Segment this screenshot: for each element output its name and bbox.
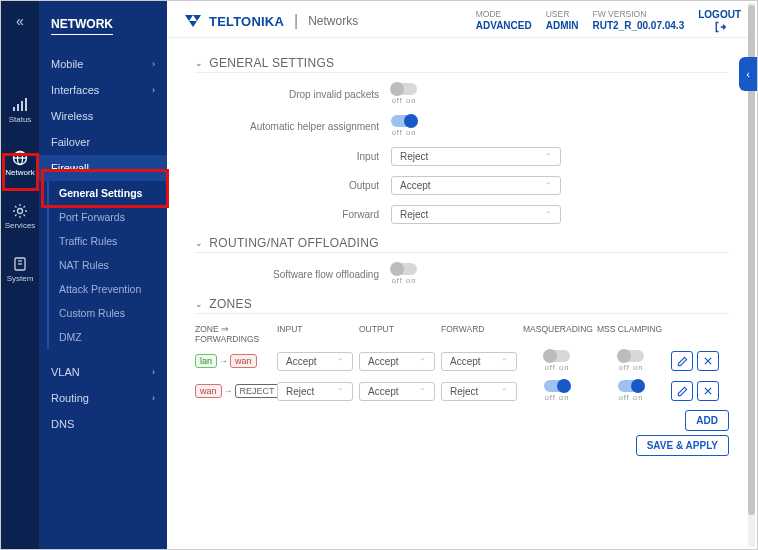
svg-rect-3 [25, 98, 27, 111]
rail-label: Services [5, 221, 36, 230]
gear-icon [12, 203, 28, 219]
zone-row: wan→REJECT Reject⌃ Accept⌃ Reject⌃ off o… [195, 380, 729, 402]
system-icon [12, 256, 28, 272]
section-header-zones[interactable]: ⌄ZONES [195, 297, 729, 314]
menu-wireless[interactable]: Wireless [39, 103, 167, 129]
caret-icon: ⌃ [419, 357, 426, 366]
svg-point-7 [18, 209, 23, 214]
zone-forward-select[interactable]: Accept⌃ [441, 352, 517, 371]
software-offloading-label: Software flow offloading [195, 269, 391, 280]
auto-helper-label: Automatic helper assignment [195, 121, 391, 132]
submenu-nat-rules[interactable]: NAT Rules [49, 253, 167, 277]
output-label: Output [195, 180, 391, 191]
section-header-general[interactable]: ⌄GENERAL SETTINGS [195, 56, 729, 73]
zone-masq-toggle[interactable] [544, 350, 570, 362]
menu-interfaces[interactable]: Interfaces› [39, 77, 167, 103]
submenu-custom-rules[interactable]: Custom Rules [49, 301, 167, 325]
globe-icon [12, 150, 28, 166]
submenu-dmz[interactable]: DMZ [49, 325, 167, 349]
submenu-port-forwards[interactable]: Port Forwards [49, 205, 167, 229]
caret-icon: ⌃ [337, 357, 344, 366]
input-label: Input [195, 151, 391, 162]
forward-label: Forward [195, 209, 391, 220]
section-offloading: ⌄ROUTING/NAT OFFLOADING Software flow of… [195, 236, 729, 285]
submenu-firewall: General Settings Port Forwards Traffic R… [47, 181, 167, 349]
caret-icon: ⌃ [501, 357, 508, 366]
close-icon [703, 386, 713, 396]
edit-zone-button[interactable] [671, 381, 693, 401]
zone-masq-toggle[interactable] [544, 380, 570, 392]
chevron-down-icon: ⌄ [195, 299, 203, 309]
section-header-offloading[interactable]: ⌄ROUTING/NAT OFFLOADING [195, 236, 729, 253]
logout-icon [714, 21, 726, 33]
svg-rect-2 [21, 101, 23, 111]
edit-zone-button[interactable] [671, 351, 693, 371]
brand-logo-icon [183, 13, 203, 29]
logout-button[interactable]: LOGOUT [698, 9, 741, 33]
menu-mobile[interactable]: Mobile› [39, 51, 167, 77]
drop-invalid-label: Drop invalid packets [195, 89, 391, 100]
menu-firewall[interactable]: Firewall⌄ [39, 155, 167, 181]
rail-label: Network [5, 168, 34, 177]
caret-icon: ⌃ [545, 152, 552, 161]
header: TELTONIKA | Networks MODEADVANCED USERAD… [167, 1, 757, 38]
mode-info: MODEADVANCED [476, 9, 532, 31]
content: ⌄GENERAL SETTINGS Drop invalid packets o… [167, 38, 757, 549]
zones-table-header: ZONE ⇒ FORWARDINGS INPUT OUTPUT FORWARD … [195, 324, 729, 344]
caret-icon: ⌃ [337, 387, 344, 396]
drop-invalid-toggle[interactable] [391, 83, 417, 95]
rail-item-system[interactable]: System [1, 252, 39, 287]
submenu-general-settings[interactable]: General Settings [49, 181, 167, 205]
rail-item-services[interactable]: Services [1, 199, 39, 234]
pencil-icon [677, 386, 688, 397]
icon-rail: « Status Network Services System [1, 1, 39, 549]
menu-routing[interactable]: Routing› [39, 385, 167, 411]
zone-output-select[interactable]: Accept⌃ [359, 382, 435, 401]
chevron-right-icon: › [152, 367, 155, 377]
section-general: ⌄GENERAL SETTINGS Drop invalid packets o… [195, 56, 729, 224]
delete-zone-button[interactable] [697, 381, 719, 401]
caret-icon: ⌃ [545, 181, 552, 190]
software-offloading-toggle[interactable] [391, 263, 417, 275]
section-zones: ⌄ZONES ZONE ⇒ FORWARDINGS INPUT OUTPUT F… [195, 297, 729, 456]
caret-icon: ⌃ [501, 387, 508, 396]
collapse-sidebar-icon[interactable]: « [12, 9, 28, 33]
svg-rect-1 [17, 104, 19, 111]
save-apply-button[interactable]: SAVE & APPLY [636, 435, 729, 456]
zone-row: lan→wan Accept⌃ Accept⌃ Accept⌃ off on o… [195, 350, 729, 372]
zone-input-select[interactable]: Reject⌃ [277, 382, 353, 401]
submenu-attack-prevention[interactable]: Attack Prevention [49, 277, 167, 301]
chevron-down-icon: ⌄ [195, 238, 203, 248]
zone-mss-toggle[interactable] [618, 350, 644, 362]
zone-forward-select[interactable]: Reject⌃ [441, 382, 517, 401]
rail-label: System [7, 274, 34, 283]
chevron-right-icon: › [152, 393, 155, 403]
header-info: MODEADVANCED USERADMIN FW VERSIONRUT2_R_… [476, 9, 741, 33]
zone-output-select[interactable]: Accept⌃ [359, 352, 435, 371]
auto-helper-toggle[interactable] [391, 115, 417, 127]
chevron-down-icon: ⌄ [195, 58, 203, 68]
status-icon [12, 97, 28, 113]
output-select[interactable]: Accept⌃ [391, 176, 561, 195]
add-zone-button[interactable]: ADD [685, 410, 729, 431]
menu-dns[interactable]: DNS [39, 411, 167, 437]
forward-select[interactable]: Reject⌃ [391, 205, 561, 224]
brand: TELTONIKA | Networks [183, 12, 358, 30]
rail-item-status[interactable]: Status [1, 93, 39, 128]
menu-vlan[interactable]: VLAN› [39, 359, 167, 385]
fw-info: FW VERSIONRUT2_R_00.07.04.3 [592, 9, 684, 31]
input-select[interactable]: Reject⌃ [391, 147, 561, 166]
close-icon [703, 356, 713, 366]
submenu-traffic-rules[interactable]: Traffic Rules [49, 229, 167, 253]
zone-forwarding: lan→wan [195, 354, 271, 368]
zone-mss-toggle[interactable] [618, 380, 644, 392]
sidebar: NETWORK Mobile› Interfaces› Wireless Fai… [39, 1, 167, 549]
side-panel-toggle[interactable]: ‹ [739, 57, 757, 91]
delete-zone-button[interactable] [697, 351, 719, 371]
mode-toggle[interactable]: ADVANCED [476, 20, 532, 31]
menu-failover[interactable]: Failover [39, 129, 167, 155]
rail-item-network[interactable]: Network [1, 146, 39, 181]
zone-input-select[interactable]: Accept⌃ [277, 352, 353, 371]
chevron-right-icon: › [152, 59, 155, 69]
sidebar-title: NETWORK [39, 11, 167, 41]
